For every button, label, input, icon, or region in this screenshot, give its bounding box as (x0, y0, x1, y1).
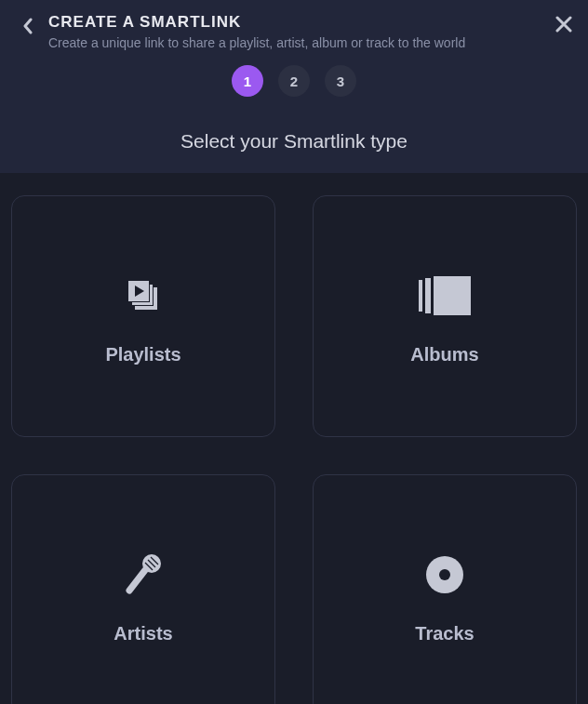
close-icon (555, 16, 572, 33)
type-grid: Playlists Albums Artists (0, 173, 588, 704)
svg-line-10 (129, 570, 145, 591)
svg-rect-6 (425, 278, 431, 313)
card-artists[interactable]: Artists (11, 474, 275, 704)
svg-rect-5 (419, 280, 422, 312)
step-1[interactable]: 1 (232, 65, 263, 97)
card-tracks[interactable]: Tracks (313, 474, 577, 704)
card-label: Playlists (105, 344, 180, 365)
microphone-icon (115, 547, 171, 603)
card-playlists[interactable]: Playlists (11, 195, 275, 437)
album-icon (417, 268, 473, 324)
step-2[interactable]: 2 (278, 65, 310, 97)
svg-rect-7 (434, 276, 471, 315)
chevron-left-icon (22, 18, 33, 34)
section-title: Select your Smartlink type (0, 113, 588, 173)
step-3[interactable]: 3 (325, 65, 356, 97)
page-title: CREATE A SMARTLINK (48, 13, 465, 32)
close-button[interactable] (553, 13, 575, 35)
card-label: Tracks (415, 623, 474, 644)
page-subtitle: Create a unique link to share a playlist… (48, 35, 465, 50)
disc-icon (417, 547, 473, 603)
playlist-icon (115, 268, 171, 324)
step-indicator: 1 2 3 (17, 65, 571, 97)
back-button[interactable] (17, 15, 39, 37)
svg-point-15 (439, 569, 450, 580)
card-albums[interactable]: Albums (313, 195, 577, 437)
card-label: Albums (410, 344, 478, 365)
card-label: Artists (114, 623, 172, 644)
header: CREATE A SMARTLINK Create a unique link … (0, 0, 588, 113)
